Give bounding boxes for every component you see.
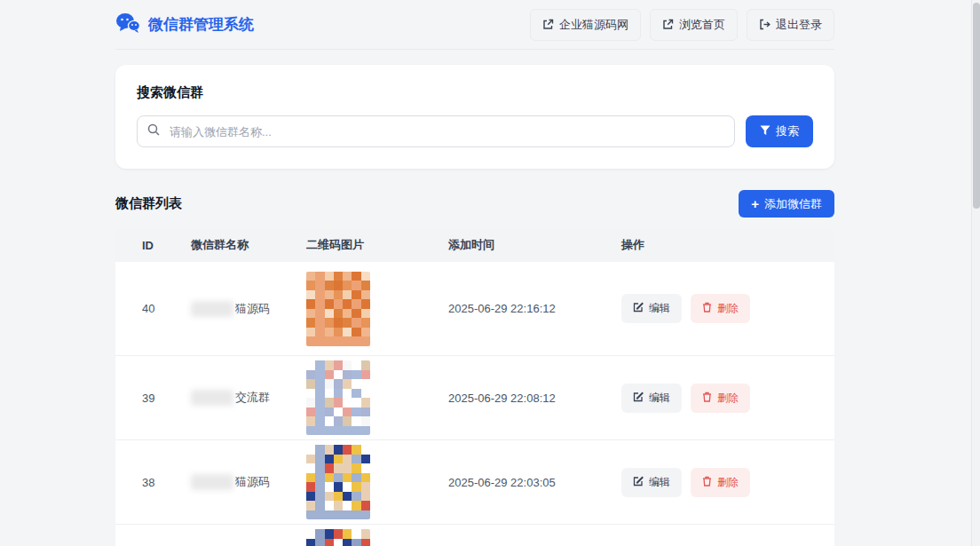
- row-name: 交流群: [191, 390, 306, 406]
- trash-icon: [702, 476, 712, 489]
- search-button[interactable]: 搜索: [746, 115, 813, 147]
- scrollbar-thumb[interactable]: [973, 3, 980, 209]
- search-icon: [147, 123, 160, 139]
- row-time: 2025-06-29 22:03:05: [448, 476, 621, 489]
- group-table: ID 微信群名称 二维码图片 添加时间 操作 40 猫源码 2025-06-29…: [115, 228, 834, 546]
- qr-code-image[interactable]: [306, 445, 370, 519]
- search-button-label: 搜索: [776, 123, 799, 139]
- vertical-scrollbar[interactable]: [971, 0, 980, 546]
- censored-blur: [191, 390, 233, 406]
- edit-button[interactable]: 编辑: [621, 294, 682, 323]
- table-row: 38 猫源码 2025-06-29 22:03:05 编辑: [115, 440, 834, 525]
- qr-code-image[interactable]: [306, 272, 370, 346]
- column-header-time: 添加时间: [448, 237, 621, 253]
- brand: 微信群管理系统: [115, 12, 254, 37]
- top-header: 微信群管理系统 企业猫源码网 浏览首页: [115, 0, 834, 50]
- table-row: 39 交流群 2025-06-29 22:08:12 编辑: [115, 356, 834, 440]
- add-group-button[interactable]: + 添加微信群: [739, 190, 834, 218]
- nav-source-site-label: 企业猫源码网: [559, 17, 628, 33]
- nav-source-site-button[interactable]: 企业猫源码网: [530, 9, 641, 41]
- external-link-icon: [662, 19, 674, 30]
- column-header-name: 微信群名称: [191, 237, 306, 253]
- trash-icon: [702, 302, 712, 315]
- nav-browse-home-button[interactable]: 浏览首页: [650, 9, 738, 41]
- add-group-label: 添加微信群: [764, 196, 822, 212]
- wechat-logo-icon: [115, 12, 140, 37]
- row-id: 39: [142, 392, 191, 405]
- page-title: 微信群管理系统: [148, 14, 254, 35]
- column-header-actions: 操作: [621, 237, 808, 253]
- delete-button[interactable]: 删除: [691, 468, 750, 497]
- row-name: 猫源码: [191, 474, 306, 490]
- edit-button[interactable]: 编辑: [621, 384, 682, 413]
- censored-blur: [191, 474, 233, 490]
- top-nav: 企业猫源码网 浏览首页 退出登录: [530, 9, 834, 41]
- column-header-id: ID: [142, 239, 191, 252]
- delete-button[interactable]: 删除: [691, 384, 750, 413]
- search-section-title: 搜索微信群: [137, 84, 813, 101]
- table-header-row: ID 微信群名称 二维码图片 添加时间 操作: [115, 228, 834, 262]
- nav-browse-home-label: 浏览首页: [679, 17, 725, 33]
- table-row: 40 猫源码 2025-06-29 22:16:12 编辑: [115, 262, 834, 356]
- logout-icon: [759, 19, 771, 30]
- qr-code-image[interactable]: [306, 529, 370, 546]
- delete-button[interactable]: 删除: [691, 294, 750, 323]
- edit-icon: [633, 476, 644, 489]
- edit-icon: [633, 302, 644, 315]
- row-time: 2025-06-29 22:08:12: [448, 392, 621, 405]
- search-input[interactable]: [137, 115, 735, 147]
- list-section-title: 微信群列表: [115, 195, 182, 212]
- censored-blur: [191, 301, 233, 317]
- logout-label: 退出登录: [776, 17, 822, 33]
- logout-button[interactable]: 退出登录: [747, 9, 834, 41]
- trash-icon: [702, 392, 712, 405]
- row-id: 38: [142, 476, 191, 489]
- edit-icon: [633, 392, 644, 405]
- column-header-qrcode: 二维码图片: [306, 237, 448, 253]
- row-id: 40: [142, 302, 191, 315]
- row-time: 2025-06-29 22:16:12: [448, 302, 621, 315]
- filter-icon: [760, 125, 771, 138]
- row-name: 猫源码: [191, 301, 306, 317]
- table-row: 37 交流群 2025-06-29 22:02:40 编辑: [115, 525, 834, 546]
- edit-button[interactable]: 编辑: [621, 468, 682, 497]
- qr-code-image[interactable]: [306, 360, 370, 435]
- external-link-icon: [542, 19, 554, 30]
- search-card: 搜索微信群 搜索: [115, 65, 834, 169]
- plus-icon: +: [751, 197, 759, 210]
